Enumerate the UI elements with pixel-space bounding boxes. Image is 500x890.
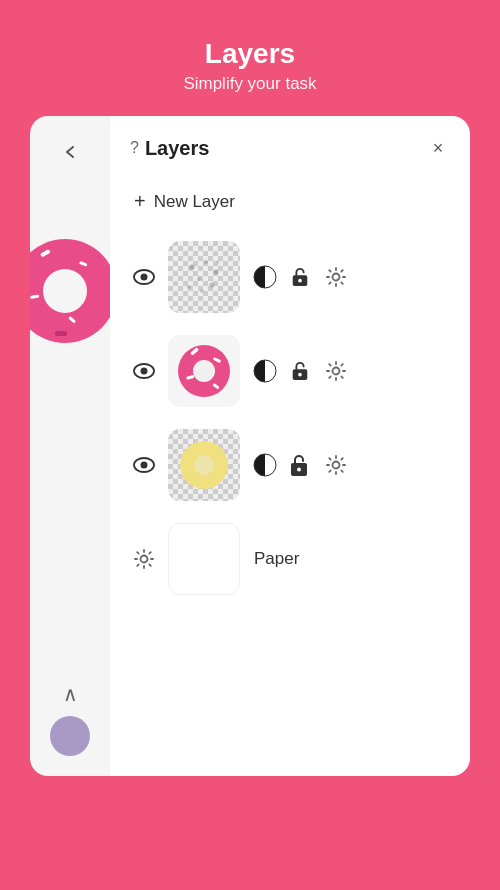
svg-point-14 [187,285,191,289]
svg-point-25 [193,360,215,382]
svg-point-15 [200,289,204,293]
new-layer-button[interactable]: + New Layer [130,180,452,223]
paper-thumbnail[interactable] [168,523,240,595]
layer3-visibility-toggle[interactable] [130,451,158,479]
svg-point-11 [214,270,219,275]
svg-point-43 [333,462,340,469]
card-wrapper: ∧ ? Layers × + New Layer [30,116,470,776]
layer-row [130,233,452,321]
layer2-blend-icon[interactable] [252,358,278,384]
svg-point-10 [204,260,208,264]
layer1-settings-icon[interactable] [322,263,350,291]
app-subtitle: Simplify your task [183,74,316,94]
svg-point-42 [297,468,301,472]
layer1-blend-icon[interactable] [252,264,278,290]
bg-donut-art [30,226,110,356]
layer3-thumbnail[interactable] [168,429,240,501]
svg-point-9 [190,265,195,270]
layer2-lock-icon[interactable] [286,357,314,385]
layer1-thumbnail[interactable] [168,241,240,313]
layer-row [130,421,452,509]
layer3-settings-icon[interactable] [322,451,350,479]
layer2-thumbnail[interactable] [168,335,240,407]
layer1-controls [252,263,350,291]
svg-point-23 [141,368,148,375]
svg-point-44 [141,556,148,563]
svg-point-13 [210,283,215,288]
help-icon[interactable]: ? [130,139,139,157]
back-button[interactable] [52,134,88,170]
bottom-nav: ∧ [50,682,90,756]
svg-point-38 [194,455,214,475]
new-layer-label: New Layer [154,192,235,212]
svg-point-34 [333,368,340,375]
panel-header: ? Layers × [130,134,452,162]
chevron-up-button[interactable]: ∧ [63,682,78,706]
paper-label: Paper [254,549,299,569]
svg-point-33 [298,373,302,377]
layer2-controls [252,357,350,385]
paper-settings-icon[interactable] [130,545,158,573]
panel-title-row: ? Layers [130,137,209,160]
paper-layer-row: Paper [130,515,452,603]
header-section: Layers Simplify your task [183,0,316,94]
layer1-lock-icon[interactable] [286,263,314,291]
avatar[interactable] [50,716,90,756]
svg-point-8 [141,274,148,281]
app-title: Layers [183,38,316,70]
plus-icon: + [134,190,146,213]
svg-point-1 [43,269,87,313]
layer2-settings-icon[interactable] [322,357,350,385]
svg-point-20 [298,279,302,283]
svg-rect-6 [55,331,67,336]
svg-point-21 [333,274,340,281]
layers-panel: ? Layers × + New Layer [110,116,470,776]
layer3-lock-icon[interactable] [286,451,314,479]
layer3-controls [252,451,350,479]
layer2-visibility-toggle[interactable] [130,357,158,385]
left-strip: ∧ [30,116,110,776]
close-button[interactable]: × [424,134,452,162]
panel-title: Layers [145,137,210,160]
layer1-visibility-toggle[interactable] [130,263,158,291]
svg-point-36 [141,462,148,469]
layer-row [130,327,452,415]
svg-point-16 [217,261,220,264]
svg-point-12 [197,277,201,281]
layer3-blend-icon[interactable] [252,452,278,478]
